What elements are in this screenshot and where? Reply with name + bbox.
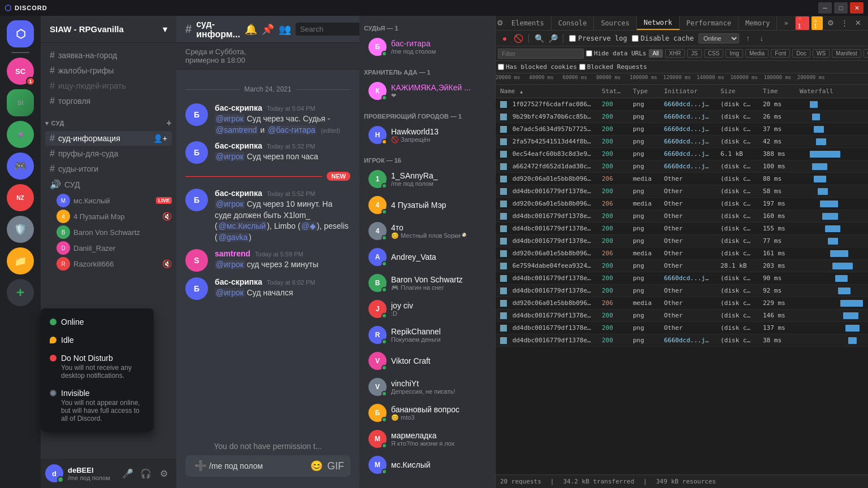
devtools-tab-performance[interactable]: Performance	[680, 16, 739, 30]
col-header-time[interactable]: Time	[758, 88, 795, 95]
network-row[interactable]: dd920c06a01e5bb8b096785... 206 media Oth…	[496, 247, 868, 260]
filter-js-btn[interactable]: JS	[687, 49, 702, 58]
member-mskisly[interactable]: М мс.Кислый	[364, 452, 491, 477]
initiator-link[interactable]: 6660dcd...js2	[664, 138, 713, 145]
network-row[interactable]: 1f027527f6cdaffac086c80f8e... 200 png 66…	[496, 98, 868, 111]
channel-item-sudy-itogi[interactable]: # суды-итоги	[45, 162, 172, 176]
voice-channel-sud[interactable]: 🔊 СУД	[45, 177, 172, 192]
devtools-tab-more[interactable]: »	[777, 16, 795, 30]
voice-user-razor[interactable]: R Razorkill666 🔇	[41, 256, 176, 272]
notification-bell-icon[interactable]: 🔔	[245, 23, 257, 36]
member-repik[interactable]: R RepikChannel Покупаем деньги	[364, 323, 491, 347]
filter-img-btn[interactable]: Img	[726, 49, 743, 58]
filter-media-btn[interactable]: Media	[745, 49, 769, 58]
add-server-button[interactable]: +	[7, 279, 34, 306]
initiator-link[interactable]: 6660dcd...js2	[664, 150, 713, 158]
status-dnd-option[interactable]: Do Not Disturb You will not receive any …	[45, 349, 149, 384]
disable-cache-input[interactable]	[632, 35, 639, 42]
channel-item-zhaloby[interactable]: # жалобы-грифы	[45, 63, 172, 78]
network-row[interactable]: dd4dbc0016779df1378e7812... 200 png 6660…	[496, 334, 868, 347]
member-viktor[interactable]: V Viktor Craft	[364, 348, 491, 373]
server-icon-3[interactable]: 👾	[7, 121, 34, 148]
network-row[interactable]: 6e7594dabe04feea9324104fa... 200 png Oth…	[496, 260, 868, 272]
has-blocked-cookies-input[interactable]	[498, 64, 504, 70]
devtools-tab-memory[interactable]: Memory	[739, 16, 777, 30]
member-1sannyr[interactable]: 1 1_SAnnyRa_ /me под полом	[364, 167, 491, 191]
blocked-requests-input[interactable]	[579, 64, 585, 70]
initiator-link[interactable]: 6660dcd...js2	[664, 113, 713, 120]
member-hawkworld[interactable]: H Hawkworld13 🚫 Запрещён	[364, 123, 491, 147]
devtools-tab-elements[interactable]: Elements	[505, 16, 552, 30]
network-row[interactable]: dd920c06a01e5bb8b096785... 206 media Oth…	[496, 173, 868, 185]
status-invisible-option[interactable]: Invisible You will not appear online, bu…	[45, 384, 149, 427]
server-icon-6[interactable]: 🛡️	[7, 216, 34, 243]
members-icon[interactable]: 👥	[279, 23, 291, 36]
filter-doc-btn[interactable]: Doc	[792, 49, 810, 58]
server-icon-sc[interactable]: SC 1	[7, 58, 34, 85]
col-header-initiator[interactable]: Initiator	[659, 88, 716, 95]
devtools-tab-sources[interactable]: Sources	[594, 16, 637, 30]
devtools-tab-network[interactable]: Network	[637, 16, 680, 30]
gif-button[interactable]: GIF	[325, 460, 346, 472]
server-name-bar[interactable]: SIAW - RPGvanilla ▾	[41, 16, 176, 43]
network-row[interactable]: dd4dbc0016779df1378e7812... 200 png Othe…	[496, 210, 868, 223]
member-4puzaty[interactable]: 4 4 Пузатый Мэр	[364, 193, 491, 217]
network-row[interactable]: dd4dbc0016779df1378e7812... 200 png Othe…	[496, 185, 868, 198]
record-button[interactable]: ●	[500, 34, 509, 43]
headphones-button[interactable]: 🎧	[138, 465, 154, 481]
close-button[interactable]: ✕	[850, 2, 863, 14]
maximize-button[interactable]: □	[834, 2, 848, 14]
settings-button[interactable]: ⚙	[156, 465, 172, 481]
voice-user-puzaty[interactable]: 4 4 Пузатый Мэр 🔇	[41, 208, 176, 224]
network-row[interactable]: 0ec54eafc60b83c8d3e9592a... 200 png 6660…	[496, 148, 868, 160]
filter-button[interactable]: 🔍	[535, 34, 544, 43]
devtools-close-button[interactable]: ✕	[853, 18, 863, 28]
emoji-button[interactable]: 😊	[308, 460, 325, 472]
member-bas-gitara[interactable]: Б бас-гитара /me под столом	[364, 34, 491, 59]
blocked-requests-checkbox[interactable]: Blocked Requests	[579, 63, 647, 71]
member-marmeladka[interactable]: М мармеладка Я кто?/no жизни я лох	[364, 426, 491, 451]
server-icon-discord[interactable]: ⬡	[7, 20, 34, 47]
filter-all-btn[interactable]: All	[649, 49, 663, 58]
network-row[interactable]: 9b29bfc497a70b6cc85bb208... 200 png 6660…	[496, 111, 868, 123]
network-row[interactable]: dd920c06a01e5bb8b096785... 206 media Oth…	[496, 198, 868, 210]
channel-item-sud-info[interactable]: # суд-информация 👤+	[45, 131, 172, 146]
voice-user-mskisly[interactable]: М мс.Кислый LIVE	[41, 193, 176, 208]
filter-font-btn[interactable]: Font	[771, 49, 790, 58]
status-online-option[interactable]: Online	[45, 313, 149, 331]
col-header-name[interactable]: Name ▲	[496, 88, 597, 95]
network-row[interactable]: a662472fd652d1dad30cc928... 200 png 6660…	[496, 160, 868, 173]
clear-button[interactable]: 🚫	[514, 34, 523, 43]
channel-item-torgovlya[interactable]: # торговля	[45, 94, 172, 108]
server-icon-4[interactable]: 🎮	[7, 152, 34, 180]
member-baron[interactable]: B Baron Von Schwartz 🎮 Плагин на снег	[364, 271, 491, 295]
network-row[interactable]: dd4dbc0016779df1378e7812... 200 png Othe…	[496, 285, 868, 297]
import-button[interactable]: ↑	[744, 34, 753, 43]
initiator-link[interactable]: 6660dcd...js2	[664, 101, 713, 108]
network-row[interactable]: dd4dbc0016779df1378e7812... 200 png Othe…	[496, 223, 868, 235]
network-row[interactable]: dd4dbc0016779df1378e7812... 200 png 6660…	[496, 272, 868, 285]
network-row[interactable]: dd4dbc0016779df1378e7812... 200 png Othe…	[496, 322, 868, 334]
filter-css-btn[interactable]: CSS	[704, 49, 724, 58]
minimize-button[interactable]: ─	[818, 2, 832, 14]
col-header-status[interactable]: Status	[597, 88, 628, 95]
member-kazhimyaka[interactable]: К КАЖИМЯКА,ЭйКей ... ❤	[364, 79, 491, 103]
disable-cache-checkbox[interactable]: Disable cache	[632, 34, 694, 42]
initiator-link[interactable]: 6660dcd...js2	[664, 337, 713, 344]
add-attachment-button[interactable]: ➕	[192, 460, 209, 472]
network-row[interactable]: dd4dbc0016779df1378e7812... 200 png Othe…	[496, 235, 868, 247]
member-joy[interactable]: J joy civ :D	[364, 297, 491, 321]
server-icon-siaw[interactable]: SI	[7, 89, 34, 116]
member-vinchi[interactable]: V vinchiYt Депрессия, не писать!	[364, 374, 491, 399]
channel-item-zayavka[interactable]: # заявка-на-город	[45, 48, 172, 63]
network-row[interactable]: dd920c06a01e5bb8b096785... 206 media Oth…	[496, 297, 868, 310]
microphone-button[interactable]: 🎤	[120, 465, 136, 481]
throttle-select[interactable]: Online Fast 3G Slow 3G Offline	[698, 33, 739, 43]
filter-input[interactable]	[498, 49, 584, 59]
devtools-settings-button[interactable]: ⚙	[825, 18, 836, 28]
voice-user-daniil[interactable]: D Daniil_Razer	[41, 240, 176, 256]
add-channel-icon[interactable]: +	[166, 118, 172, 128]
initiator-link[interactable]: 6660dcd...js2	[664, 163, 713, 170]
category-sud[interactable]: ▾ СУД +	[41, 109, 176, 130]
initiator-link[interactable]: 6660dcd...js2	[664, 274, 713, 282]
